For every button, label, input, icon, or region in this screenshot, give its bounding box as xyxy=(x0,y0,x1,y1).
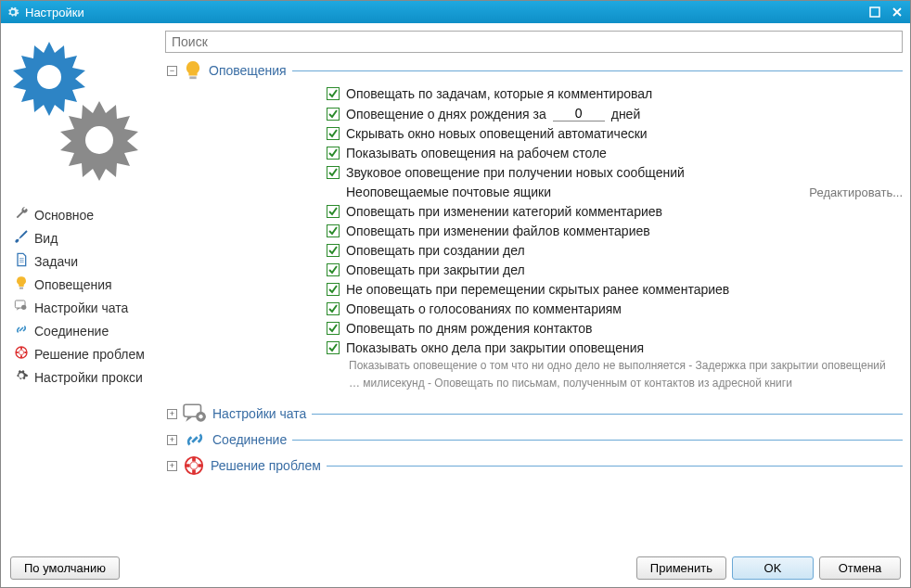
close-button[interactable] xyxy=(890,5,905,19)
section-title: Оповещения xyxy=(209,63,287,78)
option-label: Оповещать по задачам, которые я комменти… xyxy=(346,86,652,101)
checkbox[interactable] xyxy=(327,87,340,100)
section-troubleshoot: + Решение проблем xyxy=(167,455,903,476)
cancel-button[interactable]: Отмена xyxy=(819,556,901,580)
search-input[interactable] xyxy=(165,31,903,53)
option-row: Скрывать окно новых оповещений автоматич… xyxy=(327,126,903,141)
checkbox[interactable] xyxy=(327,127,340,140)
wrench-icon xyxy=(14,206,29,224)
sidebar-item-general[interactable]: Основное xyxy=(10,204,163,225)
sidebar-item-label: Задачи xyxy=(34,254,78,269)
divider xyxy=(312,414,903,415)
section-notifications: − Оповещения Оповещать по задачам, котор… xyxy=(167,60,903,398)
checkbox[interactable] xyxy=(327,322,340,335)
edit-link[interactable]: Редактировать... xyxy=(809,185,903,199)
option-row: Показывать оповещения на рабочем столе xyxy=(327,146,903,160)
svg-point-2 xyxy=(85,126,113,154)
svg-point-13 xyxy=(190,462,198,469)
sidebar-item-label: Соединение xyxy=(34,324,109,339)
main-panel: − Оповещения Оповещать по задачам, котор… xyxy=(163,23,910,549)
sidebar-item-connection[interactable]: Соединение xyxy=(10,320,163,341)
checkbox[interactable] xyxy=(327,302,340,315)
option-row: Оповещать при закрытии дел xyxy=(327,262,903,277)
apply-button[interactable]: Применить xyxy=(636,556,726,580)
chat-icon xyxy=(14,299,29,316)
svg-point-7 xyxy=(19,350,23,354)
section-description: Показывать оповещение о том что ни одно … xyxy=(167,355,903,398)
sidebar-item-view[interactable]: Вид xyxy=(10,227,163,249)
checkbox[interactable] xyxy=(327,108,340,121)
default-button[interactable]: По умолчанию xyxy=(10,556,120,580)
sidebar-item-label: Вид xyxy=(34,231,58,246)
expand-toggle[interactable]: + xyxy=(167,409,177,419)
option-label: Оповещать о голосованиях по комментариям xyxy=(346,301,622,316)
lifebuoy-icon xyxy=(14,345,29,363)
option-row: Показывать окно дела при закрытии оповещ… xyxy=(327,340,903,355)
checkbox[interactable] xyxy=(327,244,340,257)
option-label: Оповещать при создании дел xyxy=(346,243,525,258)
checkbox[interactable] xyxy=(327,341,340,354)
bulb-icon xyxy=(14,275,29,293)
option-label: Не оповещать при перемещении скрытых ран… xyxy=(346,282,729,297)
sidebar-item-label: Решение проблем xyxy=(34,347,145,362)
option-row: Не оповещать при перемещении скрытых ран… xyxy=(327,282,903,297)
sidebar-item-label: Настройки прокси xyxy=(34,370,143,385)
option-label: Оповещать при изменении категорий коммен… xyxy=(346,204,662,219)
gear-icon xyxy=(6,6,19,19)
maximize-button[interactable] xyxy=(867,5,882,19)
option-label: Показывать оповещения на рабочем столе xyxy=(346,146,607,160)
option-label: Оповещать при закрытии дел xyxy=(346,262,525,277)
option-row: Оповещать при изменении файлов комментар… xyxy=(327,224,903,238)
expand-toggle[interactable]: + xyxy=(167,435,177,445)
sidebar-item-troubleshoot[interactable]: Решение проблем xyxy=(10,343,163,364)
option-label-pre: Оповещение о днях рождения за xyxy=(346,107,546,121)
section-title: Соединение xyxy=(212,432,287,447)
sidebar-item-notifications[interactable]: Оповещения xyxy=(10,274,163,295)
checkbox[interactable] xyxy=(327,166,340,179)
sidebar-item-chat-settings[interactable]: Настройки чата xyxy=(10,297,163,318)
ok-button[interactable]: OK xyxy=(732,556,814,580)
sidebar-item-proxy[interactable]: Настройки прокси xyxy=(10,366,163,388)
bulb-icon xyxy=(183,60,203,81)
divider xyxy=(292,70,903,71)
svg-point-5 xyxy=(21,305,26,310)
birthday-days-input[interactable] xyxy=(553,106,605,121)
gear-icon xyxy=(14,368,29,386)
option-label: Неоповещаемые почтовые ящики xyxy=(346,185,551,199)
option-label: Показывать окно дела при закрытии оповещ… xyxy=(346,340,644,355)
svg-rect-8 xyxy=(189,76,196,79)
option-row: Оповещать при создании дел xyxy=(327,243,903,258)
option-label: Оповещать при изменении файлов комментар… xyxy=(346,224,650,238)
lifebuoy-icon xyxy=(183,455,205,476)
divider xyxy=(327,466,903,467)
settings-logo xyxy=(10,31,163,204)
sidebar-item-tasks[interactable]: Задачи xyxy=(10,250,163,272)
checkbox[interactable] xyxy=(327,205,340,218)
checkbox[interactable] xyxy=(327,283,340,296)
option-row: Оповещать по дням рождения контактов xyxy=(327,321,903,336)
chat-icon xyxy=(183,403,207,424)
checkbox[interactable] xyxy=(327,147,340,160)
option-row: Звуковое оповещение при получении новых … xyxy=(327,165,903,180)
sidebar-item-label: Оповещения xyxy=(34,277,112,292)
option-label: Скрывать окно новых оповещений автоматич… xyxy=(346,126,648,141)
checkbox[interactable] xyxy=(327,224,340,237)
option-row: Оповещение о днях рождения за дней xyxy=(327,106,903,121)
svg-rect-3 xyxy=(19,288,23,289)
window-title: Настройки xyxy=(25,6,867,19)
footer: По умолчанию Применить OK Отмена xyxy=(1,549,910,587)
section-connection: + Соединение xyxy=(167,429,903,450)
option-label: Оповещать по дням рождения контактов xyxy=(346,321,593,336)
document-icon xyxy=(14,252,29,270)
checkbox[interactable] xyxy=(327,263,340,276)
titlebar: Настройки xyxy=(1,1,910,23)
section-title: Настройки чата xyxy=(212,406,306,421)
expand-toggle[interactable]: + xyxy=(167,461,177,471)
sidebar-item-label: Настройки чата xyxy=(34,300,128,315)
link-icon xyxy=(183,429,207,450)
collapse-toggle[interactable]: − xyxy=(167,66,177,76)
option-row: Оповещать о голосованиях по комментариям xyxy=(327,301,903,316)
sidebar: Основное Вид Задачи Оповещения Настройки… xyxy=(1,23,163,549)
content-scroll[interactable]: − Оповещения Оповещать по задачам, котор… xyxy=(165,57,903,549)
option-row: Оповещать по задачам, которые я комменти… xyxy=(327,86,903,101)
